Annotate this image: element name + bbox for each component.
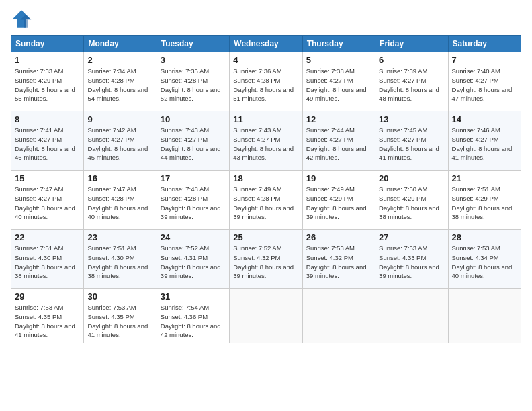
day-number: 1 [15,55,80,65]
calendar-cell: 20 Sunrise: 7:50 AMSunset: 4:29 PMDaylig… [375,171,448,230]
day-number: 19 [306,173,371,183]
day-number: 23 [87,232,152,242]
day-number: 3 [161,55,226,65]
calendar-cell: 17 Sunrise: 7:48 AMSunset: 4:28 PMDaylig… [157,171,229,230]
day-info: Sunrise: 7:49 AMSunset: 4:29 PMDaylight:… [306,185,371,222]
calendar-cell: 6 Sunrise: 7:39 AMSunset: 4:27 PMDayligh… [375,52,448,111]
day-info: Sunrise: 7:51 AMSunset: 4:29 PMDaylight:… [452,185,517,222]
calendar-cell [375,289,448,343]
calendar-cell: 28 Sunrise: 7:53 AMSunset: 4:34 PMDaylig… [448,230,521,289]
calendar-cell [230,289,302,343]
day-info: Sunrise: 7:52 AMSunset: 4:32 PMDaylight:… [233,244,298,281]
day-number: 30 [87,291,152,302]
calendar-cell: 5 Sunrise: 7:38 AMSunset: 4:27 PMDayligh… [302,52,375,111]
calendar-cell [448,289,521,343]
day-number: 31 [161,291,226,302]
day-number: 2 [87,55,152,65]
col-friday: Friday [375,36,448,52]
calendar-cell: 1 Sunrise: 7:33 AMSunset: 4:29 PMDayligh… [11,52,84,111]
calendar: Sunday Monday Tuesday Wednesday Thursday… [11,35,521,343]
calendar-cell: 3 Sunrise: 7:35 AMSunset: 4:28 PMDayligh… [157,52,229,111]
day-number: 24 [161,232,226,242]
day-info: Sunrise: 7:47 AMSunset: 4:28 PMDaylight:… [87,185,152,222]
day-info: Sunrise: 7:48 AMSunset: 4:28 PMDaylight:… [161,185,226,222]
calendar-cell: 2 Sunrise: 7:34 AMSunset: 4:28 PMDayligh… [84,52,157,111]
logo [11,8,35,30]
day-info: Sunrise: 7:39 AMSunset: 4:27 PMDaylight:… [379,66,444,103]
day-info: Sunrise: 7:36 AMSunset: 4:28 PMDaylight:… [233,66,298,103]
day-info: Sunrise: 7:50 AMSunset: 4:29 PMDaylight:… [379,185,444,222]
day-number: 14 [452,114,517,124]
page: Sunday Monday Tuesday Wednesday Thursday… [0,0,532,411]
day-info: Sunrise: 7:38 AMSunset: 4:27 PMDaylight:… [306,66,371,103]
day-info: Sunrise: 7:46 AMSunset: 4:27 PMDaylight:… [452,126,517,163]
day-number: 26 [306,232,371,242]
day-info: Sunrise: 7:41 AMSunset: 4:27 PMDaylight:… [15,126,80,163]
day-number: 28 [452,232,517,242]
calendar-cell: 26 Sunrise: 7:53 AMSunset: 4:32 PMDaylig… [302,230,375,289]
logo-icon [11,8,32,30]
day-number: 27 [379,232,444,242]
col-tuesday: Tuesday [157,36,229,52]
day-number: 29 [15,291,80,302]
col-sunday: Sunday [11,36,84,52]
calendar-cell: 8 Sunrise: 7:41 AMSunset: 4:27 PMDayligh… [11,111,84,171]
header-row: Sunday Monday Tuesday Wednesday Thursday… [11,36,521,52]
day-number: 12 [306,114,371,124]
calendar-cell: 19 Sunrise: 7:49 AMSunset: 4:29 PMDaylig… [302,171,375,230]
day-info: Sunrise: 7:33 AMSunset: 4:29 PMDaylight:… [15,66,80,103]
calendar-cell [302,289,375,343]
day-number: 9 [87,114,152,124]
day-info: Sunrise: 7:43 AMSunset: 4:27 PMDaylight:… [233,126,298,163]
day-number: 21 [452,173,517,183]
day-number: 13 [379,114,444,124]
day-info: Sunrise: 7:53 AMSunset: 4:34 PMDaylight:… [452,244,517,281]
col-wednesday: Wednesday [230,36,302,52]
day-info: Sunrise: 7:51 AMSunset: 4:30 PMDaylight:… [87,244,152,281]
calendar-cell: 16 Sunrise: 7:47 AMSunset: 4:28 PMDaylig… [84,171,157,230]
calendar-cell: 31 Sunrise: 7:54 AMSunset: 4:36 PMDaylig… [157,289,229,343]
day-info: Sunrise: 7:51 AMSunset: 4:30 PMDaylight:… [15,244,80,281]
calendar-cell: 13 Sunrise: 7:45 AMSunset: 4:27 PMDaylig… [375,111,448,171]
calendar-cell: 11 Sunrise: 7:43 AMSunset: 4:27 PMDaylig… [230,111,302,171]
day-number: 11 [233,114,298,124]
day-info: Sunrise: 7:53 AMSunset: 4:33 PMDaylight:… [379,244,444,281]
day-info: Sunrise: 7:43 AMSunset: 4:27 PMDaylight:… [161,126,226,163]
day-number: 6 [379,55,444,65]
col-monday: Monday [84,36,157,52]
day-number: 25 [233,232,298,242]
day-info: Sunrise: 7:53 AMSunset: 4:32 PMDaylight:… [306,244,371,281]
day-number: 18 [233,173,298,183]
calendar-cell: 9 Sunrise: 7:42 AMSunset: 4:27 PMDayligh… [84,111,157,171]
day-info: Sunrise: 7:54 AMSunset: 4:36 PMDaylight:… [161,303,226,340]
day-info: Sunrise: 7:53 AMSunset: 4:35 PMDaylight:… [87,303,152,340]
day-number: 4 [233,55,298,65]
day-info: Sunrise: 7:34 AMSunset: 4:28 PMDaylight:… [87,66,152,103]
col-thursday: Thursday [302,36,375,52]
calendar-cell: 12 Sunrise: 7:44 AMSunset: 4:27 PMDaylig… [302,111,375,171]
day-info: Sunrise: 7:45 AMSunset: 4:27 PMDaylight:… [379,126,444,163]
header [11,8,521,30]
day-info: Sunrise: 7:52 AMSunset: 4:31 PMDaylight:… [161,244,226,281]
day-number: 8 [15,114,80,124]
calendar-cell: 25 Sunrise: 7:52 AMSunset: 4:32 PMDaylig… [230,230,302,289]
day-number: 7 [452,55,517,65]
calendar-cell: 15 Sunrise: 7:47 AMSunset: 4:27 PMDaylig… [11,171,84,230]
calendar-cell: 18 Sunrise: 7:49 AMSunset: 4:28 PMDaylig… [230,171,302,230]
day-info: Sunrise: 7:47 AMSunset: 4:27 PMDaylight:… [15,185,80,222]
day-info: Sunrise: 7:35 AMSunset: 4:28 PMDaylight:… [161,66,226,103]
calendar-cell: 10 Sunrise: 7:43 AMSunset: 4:27 PMDaylig… [157,111,229,171]
day-info: Sunrise: 7:44 AMSunset: 4:27 PMDaylight:… [306,126,371,163]
calendar-cell: 24 Sunrise: 7:52 AMSunset: 4:31 PMDaylig… [157,230,229,289]
day-number: 20 [379,173,444,183]
calendar-cell: 30 Sunrise: 7:53 AMSunset: 4:35 PMDaylig… [84,289,157,343]
day-info: Sunrise: 7:42 AMSunset: 4:27 PMDaylight:… [87,126,152,163]
calendar-cell: 29 Sunrise: 7:53 AMSunset: 4:35 PMDaylig… [11,289,84,343]
calendar-cell: 4 Sunrise: 7:36 AMSunset: 4:28 PMDayligh… [230,52,302,111]
day-info: Sunrise: 7:40 AMSunset: 4:27 PMDaylight:… [452,66,517,103]
day-number: 10 [161,114,226,124]
calendar-cell: 23 Sunrise: 7:51 AMSunset: 4:30 PMDaylig… [84,230,157,289]
calendar-cell: 27 Sunrise: 7:53 AMSunset: 4:33 PMDaylig… [375,230,448,289]
calendar-cell: 14 Sunrise: 7:46 AMSunset: 4:27 PMDaylig… [448,111,521,171]
day-number: 22 [15,232,80,242]
